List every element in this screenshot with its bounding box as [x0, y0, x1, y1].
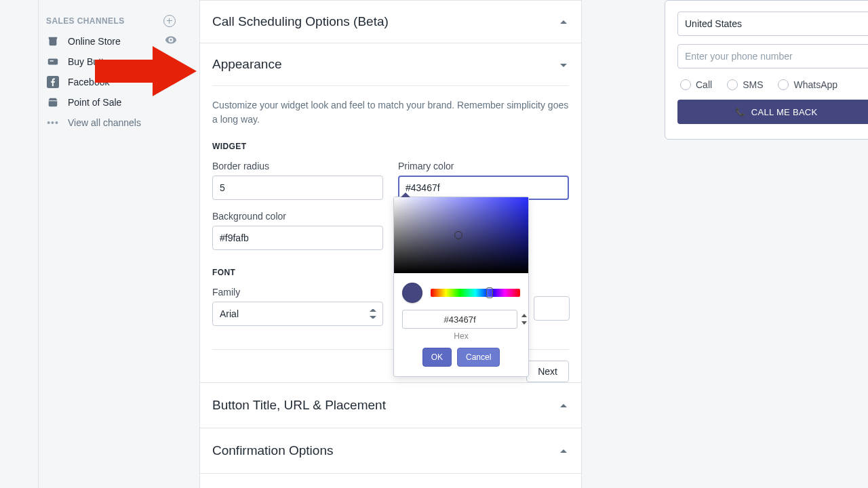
- section-title: Confirmation Options: [212, 443, 558, 458]
- sidebar-item-facebook[interactable]: Facebook: [46, 72, 176, 92]
- online-store-icon: [46, 35, 60, 48]
- font-secondary-input[interactable]: [534, 296, 570, 321]
- chevron-up-icon: [558, 445, 569, 456]
- section-settings[interactable]: Settings: [200, 474, 581, 488]
- chevron-up-icon: [558, 16, 569, 27]
- section-button-title[interactable]: Button Title, URL & Placement: [200, 383, 581, 428]
- add-channel-icon[interactable]: [163, 15, 176, 27]
- section-appearance[interactable]: Appearance: [200, 43, 581, 85]
- sales-channels-heading: SALES CHANNELS: [46, 16, 125, 26]
- color-picker-ok-button[interactable]: OK: [422, 348, 452, 367]
- widget-subheading: WIDGET: [212, 142, 569, 151]
- hex-input[interactable]: [402, 310, 517, 329]
- preview-radio-call[interactable]: Call: [680, 79, 712, 90]
- section-title: Call Scheduling Options (Beta): [212, 14, 558, 29]
- widget-preview: Call SMS WhatsApp 📞 CALL ME BACK: [665, 0, 868, 140]
- preview-country-input[interactable]: [677, 12, 868, 36]
- preview-radio-sms[interactable]: SMS: [727, 79, 763, 90]
- hue-slider[interactable]: [431, 289, 520, 297]
- sidebar-item-label: Point of Sale: [68, 97, 176, 108]
- cta-label: CALL ME BACK: [751, 107, 818, 117]
- radio-label: WhatsApp: [793, 79, 837, 90]
- color-swatch: [402, 283, 422, 303]
- sidebar-item-label: Buy Button: [68, 56, 176, 67]
- pos-icon: [46, 96, 60, 109]
- svg-rect-0: [48, 59, 58, 65]
- preview-radio-whatsapp[interactable]: WhatsApp: [778, 79, 837, 90]
- sidebar-item-point-of-sale[interactable]: Point of Sale: [46, 92, 176, 113]
- visibility-icon[interactable]: [165, 34, 178, 47]
- preview-phone-input[interactable]: [677, 44, 868, 68]
- sidebar-view-all-channels[interactable]: ••• View all channels: [46, 113, 176, 133]
- color-picker-popover: Hex OK Cancel: [393, 197, 529, 377]
- background-color-label: Background color: [212, 211, 383, 222]
- sidebar-item-buy-button[interactable]: Buy Button: [46, 52, 176, 72]
- font-family-select[interactable]: [212, 302, 383, 326]
- svg-rect-1: [50, 60, 54, 61]
- background-color-input[interactable]: [212, 226, 383, 250]
- buy-button-icon: [46, 55, 60, 68]
- sv-handle[interactable]: [454, 231, 462, 239]
- sales-channels-sidebar: SALES CHANNELS Online Store Buy Button F…: [38, 0, 184, 133]
- font-family-label: Family: [212, 287, 383, 298]
- hex-caption: Hex: [394, 329, 528, 348]
- appearance-help-text: Customize your widget look and feel to m…: [212, 98, 569, 127]
- phone-icon: 📞: [735, 107, 745, 117]
- chevron-down-icon: [558, 59, 569, 70]
- section-title: Button Title, URL & Placement: [212, 398, 558, 413]
- section-confirmation-options[interactable]: Confirmation Options: [200, 428, 581, 473]
- color-picker-cancel-button[interactable]: Cancel: [457, 348, 500, 367]
- primary-color-label: Primary color: [398, 161, 569, 171]
- radio-icon: [680, 79, 691, 90]
- radio-icon: [727, 79, 738, 90]
- chevron-up-icon: [558, 400, 569, 411]
- popover-pointer-icon: [401, 192, 410, 197]
- radio-label: Call: [696, 79, 712, 90]
- sidebar-item-label: Online Store: [68, 36, 176, 47]
- color-picker-sv-panel[interactable]: [394, 197, 528, 273]
- border-radius-label: Border radius: [212, 161, 383, 171]
- next-button[interactable]: Next: [526, 361, 569, 382]
- facebook-icon: [46, 75, 60, 89]
- section-call-scheduling[interactable]: Call Scheduling Options (Beta): [200, 1, 581, 43]
- hue-handle[interactable]: [486, 287, 493, 298]
- radio-icon: [778, 79, 789, 90]
- radio-label: SMS: [743, 79, 763, 90]
- preview-cta-button[interactable]: 📞 CALL ME BACK: [677, 100, 868, 124]
- sidebar-item-label: Facebook: [68, 77, 176, 87]
- sidebar-item-label: View all channels: [68, 117, 176, 128]
- sidebar-item-online-store[interactable]: Online Store: [46, 31, 176, 52]
- more-icon: •••: [46, 116, 60, 129]
- border-radius-input[interactable]: [212, 176, 383, 200]
- section-title: Appearance: [212, 57, 558, 72]
